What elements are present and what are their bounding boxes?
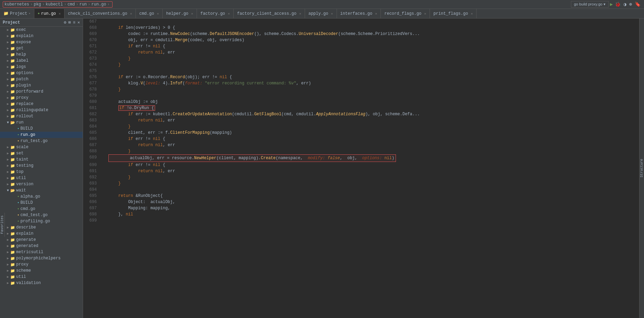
sidebar-item-portforward[interactable]: ▶ 📁 portforward (0, 89, 83, 95)
run-build-button[interactable]: go build proxy.go ▾ (571, 1, 609, 8)
tab-close-helper-go[interactable]: ✕ (191, 12, 193, 16)
sidebar-item-patch[interactable]: ▶ 📁 patch (0, 76, 83, 82)
tab-run-go[interactable]: ● run.go ✕ (34, 9, 65, 18)
sidebar-item-cmd-go[interactable]: ▪ cmd.go (0, 206, 83, 212)
sidebar-item-alpha-go[interactable]: ▪ alpha.go (0, 193, 83, 200)
sidebar-item-scheme[interactable]: ▶ 📁 scheme (0, 268, 83, 274)
sidebar-item-options[interactable]: ▶ 📁 options (0, 70, 83, 76)
sidebar-item-describe[interactable]: ▶ 📁 describe (0, 224, 83, 231)
label-exec: exec (16, 27, 26, 32)
sidebar-item-explain[interactable]: ▶ 📁 explain (0, 33, 83, 39)
sidebar-close-icon[interactable]: ✕ (78, 20, 80, 25)
sidebar-item-generate[interactable]: ▶ 📁 generate (0, 237, 83, 243)
sidebar-item-proxy2[interactable]: ▶ 📁 proxy (0, 261, 83, 268)
sidebar-item-help[interactable]: ▶ 📁 help (0, 51, 83, 58)
sidebar-item-version[interactable]: ▶ 📁 version (0, 181, 83, 187)
tab-close-run-go[interactable]: ✕ (59, 12, 61, 16)
tab-cmd-go[interactable]: cmd.go ✕ (136, 9, 163, 18)
breadcrumb-run[interactable]: run (79, 2, 87, 7)
breadcrumb-kubernetes[interactable]: kubernetes (4, 2, 29, 7)
sidebar-item-profiling-go[interactable]: ▪ profiling.go (0, 218, 83, 224)
sidebar-item-scale[interactable]: ▶ 📁 scale (0, 144, 83, 150)
sidebar-item-taint[interactable]: ▶ 📁 taint (0, 156, 83, 163)
tab-check-cli[interactable]: check_cli_conventions.go ✕ (65, 9, 136, 18)
bookmark-icon[interactable]: 🔖 (634, 1, 641, 8)
tab-close-factory-client[interactable]: ✕ (299, 12, 301, 16)
sidebar-item-explain2[interactable]: ▶ 📁 explain (0, 231, 83, 237)
sidebar-item-polymorphichelpers[interactable]: ▶ 📁 polymorphichelpers (0, 255, 83, 261)
arrow-proxy: ▶ (5, 96, 10, 100)
code-line-684: 684 } (83, 123, 639, 130)
label-replace: replace (16, 102, 33, 106)
breadcrumb-cmd[interactable]: cmd (68, 2, 75, 7)
sidebar-item-validation[interactable]: ▶ 📁 validation (0, 280, 83, 286)
sidebar-item-replace[interactable]: ▶ 📁 replace (0, 101, 83, 107)
sidebar-item-exec[interactable]: ▶ 📁 exec (0, 27, 83, 33)
tab-record-flags[interactable]: record_flags.go ✕ (381, 9, 430, 18)
sidebar-item-rollout[interactable]: ▶ 📁 rollout (0, 113, 83, 119)
debug-icon[interactable]: 🐞 (614, 1, 621, 8)
sidebar-item-build2[interactable]: ▪ BUILD (0, 200, 83, 206)
project-panel-toggle[interactable]: 📁 Project ▾ (0, 9, 34, 18)
code-editor[interactable]: 667 668 if len(overrides) > 0 { 669 code… (83, 19, 639, 318)
sidebar-item-expose[interactable]: ▶ 📁 expose (0, 39, 83, 45)
tab-close-interfaces-go[interactable]: ✕ (375, 12, 377, 16)
sidebar-item-logs[interactable]: ▶ 📁 logs (0, 64, 83, 70)
breadcrumb-run-go[interactable]: run.go (91, 2, 106, 7)
code-line-677: 677 klog.V(level: 4).Infof(format: "erro… (83, 80, 639, 86)
tab-apply-go[interactable]: apply.go ✕ (305, 9, 337, 18)
code-line-678: 678 } (83, 86, 639, 93)
tab-close-factory-go[interactable]: ✕ (228, 12, 230, 16)
sidebar-item-util2[interactable]: ▶ 📁 util (0, 274, 83, 280)
sidebar-item-run[interactable]: ▼ 📂 run (0, 119, 83, 126)
tab-label-apply-go: apply.go (308, 11, 328, 16)
structure-panel[interactable]: Structure (639, 19, 644, 318)
sidebar-item-run-go[interactable]: ▪ run.go (0, 132, 83, 138)
folder-icon-top: 📁 (10, 170, 15, 174)
tab-close-apply-go[interactable]: ✕ (331, 12, 333, 16)
sidebar-item-metricsutil[interactable]: ▶ 📁 metricsutil (0, 249, 83, 255)
sidebar-item-set[interactable]: ▶ 📁 set (0, 150, 83, 156)
sidebar-item-top[interactable]: ▶ 📁 top (0, 169, 83, 175)
arrow-rollout: ▶ (5, 114, 10, 118)
line-content-690: if err != nil { (107, 162, 639, 168)
tab-factory-go[interactable]: factory.go ✕ (197, 9, 234, 18)
sidebar-item-generated[interactable]: ▶ 📁 generated (0, 243, 83, 249)
favorites-label[interactable]: Favorites (0, 215, 4, 234)
sidebar-item-wait[interactable]: ▼ 📂 wait (0, 187, 83, 193)
sidebar-item-rollingupdate[interactable]: ▶ 📁 rollingupdate (0, 107, 83, 113)
sidebar-item-plugin[interactable]: ▶ 📁 plugin (0, 82, 83, 89)
file-icon-build2: ▪ (17, 201, 20, 205)
sidebar-item-testing[interactable]: ▶ 📁 testing (0, 163, 83, 169)
tab-close-cmd-go[interactable]: ✕ (157, 12, 159, 16)
folder-icon-proxy2: 📁 (10, 262, 15, 267)
sidebar-layout-icon[interactable]: ⊞ (68, 20, 71, 25)
tab-interfaces-go[interactable]: interfaces.go ✕ (337, 9, 381, 18)
tab-factory-client-access[interactable]: factory_client_access.go ✕ (234, 9, 305, 18)
coverage-icon[interactable]: ◑ (623, 1, 627, 8)
arrow-scale: ▶ (5, 145, 10, 149)
favorites-panel[interactable]: Favorites (0, 213, 5, 237)
tab-close-print-flags[interactable]: ✕ (471, 12, 473, 16)
sidebar-item-get[interactable]: ▶ 📁 get (0, 45, 83, 51)
sidebar-item-run-test-go[interactable]: ▪ run_test.go (0, 138, 83, 144)
sidebar-item-proxy[interactable]: ▶ 📁 proxy (0, 95, 83, 101)
label-top: top (16, 169, 24, 174)
tab-close-record-flags[interactable]: ✕ (424, 12, 426, 16)
profiler-icon[interactable]: ⊕ (629, 1, 633, 8)
sidebar-item-label[interactable]: ▶ 📁 label (0, 58, 83, 64)
sidebar-item-util[interactable]: ▶ 📁 util (0, 175, 83, 181)
sidebar-item-cmd-test-go[interactable]: ▪ cmd_test.go (0, 212, 83, 218)
label-polymorphichelpers: polymorphichelpers (16, 256, 61, 261)
tab-helper-go[interactable]: helper.go ✕ (163, 9, 197, 18)
breadcrumb-kubectl[interactable]: kubectl (46, 2, 63, 7)
breadcrumb-pkg[interactable]: pkg (34, 2, 41, 7)
tab-close-check-cli[interactable]: ✕ (130, 12, 132, 16)
structure-label[interactable]: Structure (640, 159, 644, 177)
tab-print-flags[interactable]: print_flags.go ✕ (430, 9, 477, 18)
arrow-metricsutil: ▶ (5, 250, 10, 254)
sidebar-settings-icon[interactable]: ⚙ (64, 20, 66, 25)
run-icon[interactable]: ▶ (610, 1, 613, 7)
sidebar-config-icon[interactable]: ≡ (73, 20, 75, 25)
sidebar-item-build1[interactable]: ▪ BUILD (0, 126, 83, 132)
